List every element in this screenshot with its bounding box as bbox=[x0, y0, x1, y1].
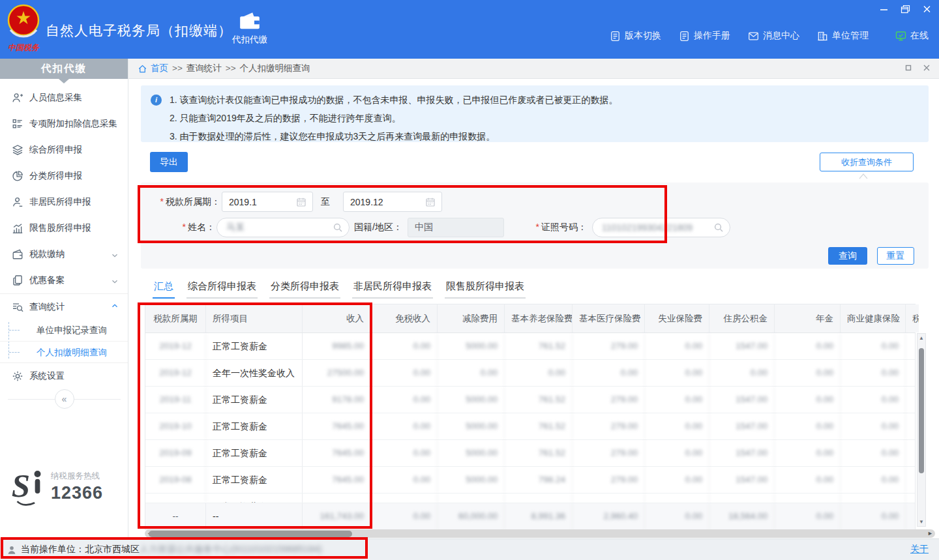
svg-text:中国税务: 中国税务 bbox=[8, 43, 40, 52]
table-cell: 0.00 bbox=[775, 413, 841, 439]
breadcrumb-separator: >> bbox=[226, 63, 236, 73]
result-tab[interactable]: 综合所得申报表 bbox=[186, 280, 258, 299]
scroll-up-icon[interactable]: ▲ bbox=[917, 335, 925, 341]
menu-unit-management[interactable]: 单位管理 bbox=[817, 30, 869, 42]
sidebar-item-label: 人员信息采集 bbox=[29, 92, 82, 104]
table-cell: 减除费用 bbox=[438, 304, 505, 332]
collapse-query-button[interactable]: 收折查询条件 bbox=[820, 153, 914, 171]
reset-button[interactable]: 重置 bbox=[877, 247, 914, 265]
menu-online-status[interactable]: 在线 bbox=[895, 30, 929, 42]
table-cell: 正常工资薪金 bbox=[206, 467, 303, 493]
minimize-icon[interactable] bbox=[878, 4, 889, 14]
sidebar-subitem[interactable]: 个人扣缴明细查询 bbox=[0, 341, 128, 362]
table-cell: 0.00 bbox=[645, 333, 709, 359]
sidebar-item-special-deduction[interactable]: 专项附加扣除信息采集 bbox=[0, 111, 128, 137]
result-tab[interactable]: 分类所得申报表 bbox=[269, 280, 340, 299]
sidebar-item-comprehensive-income[interactable]: 综合所得申报 bbox=[0, 137, 128, 163]
scroll-down-icon[interactable]: ▼ bbox=[917, 519, 925, 525]
table-cell: 0.00 bbox=[841, 413, 906, 439]
table-cell: 商业健康保险 bbox=[841, 304, 906, 332]
table-cell: 0.00 bbox=[645, 440, 709, 466]
export-button[interactable]: 导出 bbox=[150, 152, 188, 172]
breadcrumb-bar: 首页 >>查询统计>>个人扣缴明细查询 bbox=[128, 59, 939, 79]
period-from-value: 2019.1 bbox=[229, 197, 257, 207]
horizontal-scroll-thumb[interactable] bbox=[149, 531, 352, 537]
breadcrumb-home-link[interactable]: 首页 bbox=[151, 63, 168, 74]
table-cell: 2019-07 bbox=[145, 494, 206, 503]
restore-icon[interactable] bbox=[899, 4, 911, 14]
person-icon bbox=[12, 196, 23, 208]
result-table: 税款所属期所得项目收入免税收入减除费用基本养老保险费基本医疗保险费失业保险费住房… bbox=[145, 304, 916, 530]
id-number-input[interactable]: 110102199304221809 bbox=[592, 218, 730, 237]
user-icon bbox=[7, 545, 17, 555]
table-cell: 5000.00 bbox=[438, 440, 505, 466]
query-button[interactable]: 查询 bbox=[828, 247, 867, 265]
close-pane-icon[interactable] bbox=[922, 63, 931, 72]
wallet-icon bbox=[238, 10, 261, 31]
sidebar-item-preferential-filing[interactable]: 优惠备案 bbox=[0, 267, 128, 293]
table-cell: 279.00 bbox=[573, 440, 645, 466]
sidebar-item-nonresident-income[interactable]: 非居民所得申报 bbox=[0, 189, 128, 215]
calendar-icon[interactable] bbox=[425, 197, 436, 207]
table-cell: 0.00 bbox=[371, 467, 438, 493]
menu-version-switch[interactable]: 版本切换 bbox=[610, 30, 661, 42]
window-controls bbox=[878, 4, 932, 14]
period-to-value: 2019.12 bbox=[350, 197, 383, 207]
table-cell: 279.00 bbox=[573, 413, 645, 439]
close-icon[interactable] bbox=[921, 4, 932, 14]
gear-icon bbox=[12, 370, 23, 382]
table-body: 2019-12正常工资薪金9985.000.005000.00761.52279… bbox=[145, 333, 915, 529]
horizontal-scrollbar[interactable]: ◄ ► bbox=[145, 529, 935, 538]
result-tabs: 汇总综合所得申报表分类所得申报表非居民所得申报表限售股所得申报表 bbox=[153, 280, 526, 299]
table-cell: 798.24 bbox=[505, 494, 573, 503]
sidebar-item-classified-income[interactable]: 分类所得申报 bbox=[0, 163, 128, 189]
sidebar-item-system-settings[interactable]: 系统设置 bbox=[0, 363, 128, 389]
menu-message-center[interactable]: 消息中心 bbox=[748, 30, 799, 42]
table-cell: 2019-11 bbox=[145, 387, 206, 413]
table-cell: 0.00 bbox=[371, 333, 438, 359]
table-cell: 免税收入 bbox=[371, 304, 438, 332]
sidebar-item-restricted-shares[interactable]: 限售股所得申报 bbox=[0, 215, 128, 241]
period-from-input[interactable]: 2019.1 bbox=[222, 192, 313, 212]
sidebar-item-label: 系统设置 bbox=[29, 370, 65, 382]
query-form-panel: 税款所属期： 2019.1 至 2019.12 姓名： 马某 国籍/地区： 中国… bbox=[141, 183, 929, 269]
about-link[interactable]: 关于 bbox=[910, 544, 929, 555]
table-cell: 761.52 bbox=[505, 333, 573, 359]
breadcrumb-item: 查询统计 bbox=[186, 63, 222, 73]
sidebar-item-query-statistics[interactable]: 查询统计 bbox=[0, 293, 128, 319]
sidebar-item-tax-payment[interactable]: 税款缴纳 bbox=[0, 241, 128, 267]
table-cell: 5000.00 bbox=[438, 333, 505, 359]
sidebar-subitem[interactable]: 单位申报记录查询 bbox=[0, 319, 128, 341]
table-cell: 基本医疗保险费 bbox=[573, 304, 645, 332]
menu-manual[interactable]: 操作手册 bbox=[679, 30, 730, 42]
table-cell: 0.00 bbox=[371, 387, 438, 413]
current-unit-prefix: 当前操作单位：北京市西城区 bbox=[21, 544, 140, 554]
table-cell: 0.00 bbox=[645, 387, 709, 413]
table-cell: 27500.00 bbox=[303, 360, 371, 386]
table-cell: 0.00 bbox=[645, 503, 709, 529]
result-tab[interactable]: 限售股所得申报表 bbox=[445, 280, 526, 299]
primary-tab-daikoudaijiao[interactable]: 代扣代缴 bbox=[227, 10, 273, 46]
vertical-scrollbar[interactable]: ▲ ▼ bbox=[917, 333, 926, 527]
sidebar-subitem-label: 单位申报记录查询 bbox=[37, 325, 107, 335]
table-cell: 5000.00 bbox=[438, 387, 505, 413]
table-row: 2019-09正常工资薪金7645.000.005000.00761.52279… bbox=[145, 440, 915, 467]
table-cell bbox=[906, 494, 915, 503]
hotline-block: S 纳税服务热线 12366 bbox=[10, 467, 103, 507]
table-cell: 0.00 bbox=[775, 333, 841, 359]
table-cell: 1547.00 bbox=[709, 333, 775, 359]
vertical-scroll-thumb[interactable] bbox=[919, 348, 924, 473]
table-cell: 0.00 bbox=[775, 494, 841, 503]
table-cell: 0.00 bbox=[371, 440, 438, 466]
table-cell: 7645.00 bbox=[303, 494, 371, 503]
period-to-input[interactable]: 2019.12 bbox=[343, 192, 442, 212]
result-tab[interactable]: 汇总 bbox=[153, 280, 175, 299]
result-tab[interactable]: 非居民所得申报表 bbox=[352, 280, 433, 299]
sidebar-collapse-button[interactable]: « bbox=[55, 389, 74, 409]
restore-pane-icon[interactable] bbox=[904, 63, 913, 72]
sidebar-item-personnel-info[interactable]: 人员信息采集 bbox=[0, 85, 128, 111]
calendar-icon[interactable] bbox=[296, 197, 306, 207]
table-cell: 0.00 bbox=[371, 360, 438, 386]
scroll-right-icon[interactable]: ► bbox=[927, 530, 933, 537]
search-icon[interactable] bbox=[713, 222, 724, 233]
